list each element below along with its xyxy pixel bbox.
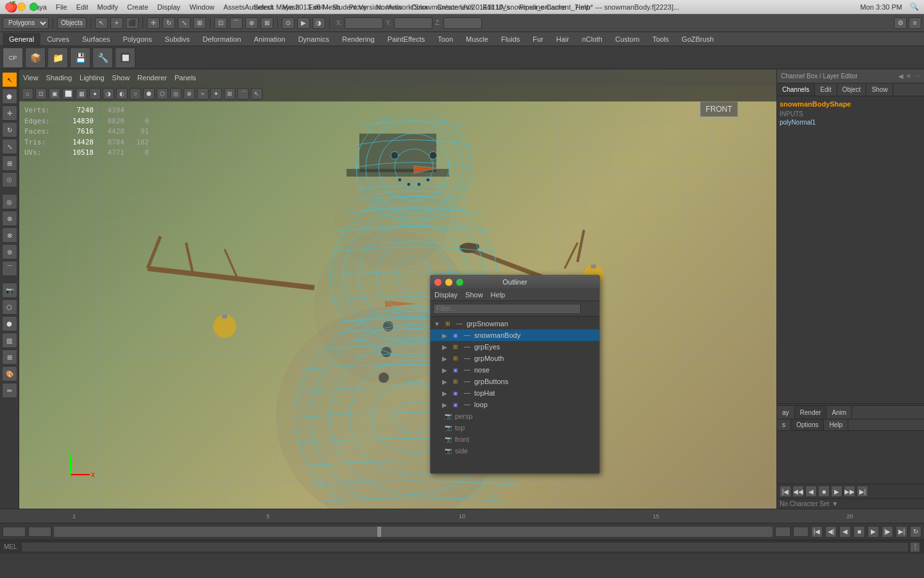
outliner-item-loop[interactable]: ▶ ▣ loop: [431, 399, 599, 410]
history-btn[interactable]: ⊙: [282, 17, 295, 29]
expand-icon[interactable]: [433, 424, 441, 432]
shelf-icon-3[interactable]: 💾: [70, 48, 90, 68]
vp-mb[interactable]: ≈: [197, 88, 209, 100]
rp-tab-render[interactable]: Render: [795, 406, 827, 419]
shelf-tab-fur[interactable]: Fur: [526, 33, 550, 46]
select-tool-left[interactable]: ↖: [2, 72, 17, 87]
rotate-tool[interactable]: ↻: [162, 17, 175, 29]
shelf-tab-tools[interactable]: Tools: [646, 33, 676, 46]
menu-window[interactable]: Window: [189, 3, 214, 11]
vp-aa[interactable]: ⊕: [184, 88, 195, 100]
ortho-tool[interactable]: ⬢: [2, 316, 17, 331]
expand-icon[interactable]: [433, 435, 441, 443]
redirect-tool[interactable]: ⊜: [2, 244, 17, 259]
expand-icon[interactable]: ▶: [441, 378, 449, 385]
menu-file[interactable]: File: [56, 3, 67, 11]
transport-step-back-2[interactable]: ◀|: [825, 526, 837, 538]
outliner-item-nose[interactable]: ▶ ▣ nose: [431, 364, 599, 376]
y-field[interactable]: [394, 17, 432, 29]
crease-tool[interactable]: ⊗: [2, 227, 17, 243]
transport-step-fwd-2[interactable]: |▶: [882, 526, 893, 538]
outliner-menu-help[interactable]: Help: [491, 291, 506, 299]
transport-stop-2[interactable]: ■: [853, 526, 865, 538]
shelf-tab-subdivs[interactable]: Subdivs: [158, 33, 196, 46]
vp-menu-renderer[interactable]: Renderer: [137, 74, 167, 82]
camera-tool[interactable]: 📷: [2, 283, 17, 298]
artisan-tool[interactable]: ✏: [2, 383, 17, 398]
timeline-start[interactable]: 1.00: [3, 527, 26, 537]
vp-ao[interactable]: ⬡: [157, 88, 168, 100]
vp-light4[interactable]: ○: [130, 88, 141, 100]
timeline-current[interactable]: 1.00: [28, 527, 51, 537]
snap-grid[interactable]: ⊡: [214, 17, 227, 29]
vp-menu-show[interactable]: Show: [112, 74, 130, 82]
current-frame[interactable]: 1: [775, 527, 791, 537]
snap-curve[interactable]: ⌒: [230, 17, 243, 29]
cmd-options[interactable]: ⋮: [910, 542, 920, 552]
expand-icon[interactable]: ▶: [441, 331, 449, 339]
grid-tool[interactable]: ⊞: [2, 349, 17, 365]
shelf-icon-2[interactable]: 📁: [47, 48, 68, 68]
expand-icon[interactable]: ▼: [433, 320, 441, 328]
layer-tool[interactable]: ▥: [2, 333, 17, 348]
rp-sub-help[interactable]: Help: [824, 419, 848, 430]
shelf-tab-animation[interactable]: Animation: [248, 33, 292, 46]
lasso-tool[interactable]: ⌖: [110, 17, 123, 29]
vp-fit[interactable]: ⊡: [35, 88, 47, 100]
expand-icon[interactable]: ▶: [441, 355, 449, 362]
shelf-icon-4[interactable]: 🔧: [92, 48, 113, 68]
render-btn[interactable]: ▶: [297, 17, 310, 29]
shelf-tab-fluids[interactable]: Fluids: [495, 33, 526, 46]
vp-texture[interactable]: ▦: [76, 88, 87, 100]
paint-effects-tool[interactable]: 🎨: [2, 366, 17, 381]
shelf-icon-cp[interactable]: CP: [3, 48, 23, 68]
cb-close[interactable]: ✕: [906, 73, 911, 80]
outliner-item-front[interactable]: 📷 front: [431, 434, 599, 445]
rp-tab-anim[interactable]: Anim: [826, 406, 852, 419]
command-input[interactable]: [21, 542, 909, 552]
vp-grid[interactable]: ⊞: [224, 88, 235, 100]
cb-tab-channels[interactable]: Channels: [777, 83, 815, 96]
vp-home[interactable]: ⌂: [22, 88, 33, 100]
transport-stop[interactable]: ■: [818, 486, 830, 497]
move-tool-left[interactable]: ✛: [2, 105, 17, 121]
scale-tool-left[interactable]: ⤡: [2, 139, 17, 154]
rp-tab-ay[interactable]: ay: [777, 406, 795, 419]
vp-light3[interactable]: ◐: [116, 88, 128, 100]
universal-tool-left[interactable]: ⊞: [2, 155, 17, 171]
paint-tool[interactable]: ⬛: [126, 17, 139, 29]
expand-icon[interactable]: ▶: [441, 389, 449, 397]
shelf-icon-5[interactable]: 🔲: [115, 48, 135, 68]
outliner-item-grpeyes[interactable]: ▶ ⊞ grpEyes: [431, 341, 599, 353]
cb-arrow-left[interactable]: ◀: [898, 73, 903, 80]
vp-menu-view[interactable]: View: [23, 74, 38, 82]
select-tool[interactable]: ↖: [95, 17, 108, 29]
vp-light1[interactable]: ●: [89, 88, 101, 100]
outliner-menu-display[interactable]: Display: [434, 291, 458, 299]
outliner-item-grpbuttons[interactable]: ▶ ⊞ grpButtons: [431, 376, 599, 387]
transport-play-back[interactable]: ◀: [805, 486, 817, 497]
vp-wire[interactable]: ▣: [49, 88, 60, 100]
transport-goto-end[interactable]: ▶|: [857, 486, 868, 497]
vp-curve[interactable]: ⌒: [237, 88, 249, 100]
outliner-menu-show[interactable]: Show: [465, 291, 483, 299]
shelf-tab-general[interactable]: General: [3, 33, 40, 46]
expand-icon[interactable]: ▶: [441, 343, 449, 351]
ipr-btn[interactable]: ◑: [312, 17, 325, 29]
rp-sub-options[interactable]: Options: [791, 419, 824, 430]
shelf-tab-curves[interactable]: Curves: [40, 33, 76, 46]
range-slider[interactable]: [54, 527, 773, 537]
outliner-item-tophat[interactable]: ▶ ▣ topHat: [431, 387, 599, 399]
x-field[interactable]: [345, 17, 383, 29]
curve-tool[interactable]: ⌒: [2, 261, 17, 276]
shelf-tab-paintfx[interactable]: PaintEffects: [381, 33, 432, 46]
shelf-tab-custom[interactable]: Custom: [609, 33, 646, 46]
transport-goto-start-2[interactable]: |◀: [811, 526, 823, 538]
shelf-tab-deformation[interactable]: Deformation: [196, 33, 248, 46]
paint-select-tool[interactable]: ⬟: [2, 89, 17, 104]
outliner-minimize[interactable]: [445, 279, 452, 286]
shelf-icon-1[interactable]: 📦: [25, 48, 46, 68]
expand-icon[interactable]: [433, 447, 441, 455]
z-field[interactable]: [443, 17, 482, 29]
menu-edit[interactable]: Edit: [76, 3, 89, 11]
